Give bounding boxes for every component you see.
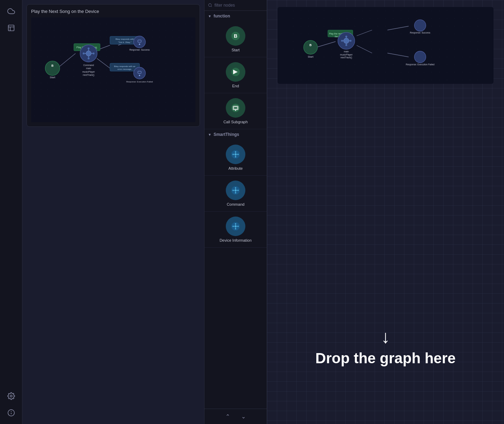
svg-point-78 xyxy=(232,226,234,227)
svg-point-66 xyxy=(235,187,236,189)
main-content: Play the Next Song on the Device xyxy=(22,0,504,424)
svg-rect-49 xyxy=(233,70,234,74)
svg-point-53 xyxy=(235,110,236,111)
svg-text:Response: Success: Response: Success xyxy=(410,31,431,34)
command-node-label: Command xyxy=(227,202,245,206)
svg-point-20 xyxy=(88,57,90,59)
chevron-down-icon-2: ▼ xyxy=(208,133,211,137)
node-device-information[interactable]: Device Information xyxy=(204,212,267,248)
svg-text:Bitsy responds with an: Bitsy responds with an xyxy=(114,65,135,67)
graph-panel: Play the Next Song on the Device xyxy=(22,0,204,424)
canvas-preview-svg: Play the next song on the Device B Start xyxy=(278,7,494,84)
svg-point-100 xyxy=(345,44,347,46)
nav-next-button[interactable]: ⌄ xyxy=(238,412,249,421)
sidebar xyxy=(0,0,22,424)
svg-point-76 xyxy=(235,223,236,225)
svg-point-98 xyxy=(344,38,349,43)
svg-point-67 xyxy=(235,192,236,193)
graph-canvas[interactable]: Play the next song. B Start xyxy=(31,17,195,122)
svg-point-55 xyxy=(235,153,237,155)
drop-zone[interactable]: ↓ Drop the graph here xyxy=(267,270,504,424)
svg-point-34 xyxy=(134,36,145,48)
cloud-icon[interactable] xyxy=(4,4,18,18)
svg-point-14 xyxy=(45,61,59,75)
svg-text:nextTrack(): nextTrack() xyxy=(340,56,352,59)
svg-point-102 xyxy=(350,40,352,42)
svg-point-69 xyxy=(237,190,239,191)
call-subgraph-node-label: Call Subgraph xyxy=(223,120,248,124)
node-command[interactable]: Command xyxy=(204,176,267,212)
svg-text:Bitsy responds with: Bitsy responds with xyxy=(116,38,134,40)
svg-point-19 xyxy=(88,47,90,50)
nodes-bottom-nav: ⌃ ⌄ xyxy=(204,409,267,424)
node-start[interactable]: B Start xyxy=(204,21,267,57)
start-icon-svg: B xyxy=(230,30,241,42)
command-icon-svg xyxy=(230,185,241,196)
svg-point-99 xyxy=(345,36,347,38)
nodes-panel: ▼ function B Start xyxy=(204,0,267,424)
nodes-search xyxy=(204,0,267,11)
device-info-icon-svg xyxy=(230,221,241,232)
category-function[interactable]: ▼ function xyxy=(204,11,267,21)
svg-text:Response: Execution Failed: Response: Execution Failed xyxy=(126,80,153,83)
svg-rect-0 xyxy=(8,25,14,31)
settings-icon[interactable] xyxy=(4,389,18,403)
svg-point-45 xyxy=(209,3,211,6)
end-icon-svg xyxy=(230,66,241,78)
svg-text:nextTrack(): nextTrack() xyxy=(83,74,94,76)
svg-text:musicPlayer: musicPlayer xyxy=(82,71,95,73)
node-attribute[interactable]: Attribute xyxy=(204,140,267,176)
svg-text:B: B xyxy=(51,64,53,67)
svg-text:Response: Success: Response: Success xyxy=(129,49,150,51)
svg-text:main: main xyxy=(344,50,349,53)
svg-text:musicPlayer: musicPlayer xyxy=(340,53,353,56)
svg-point-94 xyxy=(304,41,318,54)
svg-point-59 xyxy=(237,154,239,155)
svg-point-21 xyxy=(83,52,85,54)
svg-text:B: B xyxy=(309,43,311,47)
canvas-area[interactable]: Play the next song on the Device B Start xyxy=(267,0,504,424)
drop-arrow: ↓ xyxy=(381,328,390,346)
svg-point-1 xyxy=(10,395,12,397)
svg-point-68 xyxy=(232,190,234,191)
nav-prev-button[interactable]: ⌃ xyxy=(223,412,233,421)
call-subgraph-node-icon xyxy=(226,98,245,118)
svg-text:Start: Start xyxy=(308,55,314,58)
filter-nodes-input[interactable] xyxy=(214,3,263,8)
device-info-node-label: Device Information xyxy=(219,238,252,242)
node-end[interactable]: End xyxy=(204,57,267,93)
category-function-label: function xyxy=(214,14,230,19)
search-icon xyxy=(208,3,212,8)
drop-text: Drop the graph here xyxy=(315,350,455,367)
command-node-icon xyxy=(226,181,245,200)
gallery-icon[interactable] xyxy=(4,21,18,35)
svg-point-41 xyxy=(134,67,145,79)
svg-point-56 xyxy=(235,151,236,153)
svg-rect-85 xyxy=(289,7,482,84)
svg-point-36 xyxy=(139,44,140,45)
canvas-graph-preview: Play the next song on the Device B Start xyxy=(278,7,494,84)
svg-point-57 xyxy=(235,156,236,158)
svg-text:error message.: error message. xyxy=(117,68,132,70)
category-smartthings-label: SmartThings xyxy=(214,132,239,137)
svg-point-77 xyxy=(235,228,236,229)
flow-graph-svg: Play the next song. B Start xyxy=(31,17,195,122)
node-call-subgraph[interactable]: Call Subgraph xyxy=(204,93,267,129)
end-node-icon xyxy=(226,62,245,82)
svg-text:Command: Command xyxy=(83,64,94,66)
graph-card-title: Play the Next Song on the Device xyxy=(31,9,195,14)
category-smartthings[interactable]: ▼ SmartThings xyxy=(204,129,267,140)
svg-point-112 xyxy=(415,51,426,63)
info-icon[interactable] xyxy=(4,406,18,420)
svg-text:main: main xyxy=(86,67,91,70)
top-area: Play the Next Song on the Device xyxy=(22,0,504,424)
chevron-down-icon: ▼ xyxy=(208,14,211,18)
attribute-node-label: Attribute xyxy=(229,166,243,170)
graph-card: Play the Next Song on the Device xyxy=(27,4,200,127)
attribute-node-icon xyxy=(226,145,245,164)
svg-text:B: B xyxy=(234,33,237,39)
start-node-label: Start xyxy=(231,48,239,52)
svg-point-58 xyxy=(232,154,234,155)
call-subgraph-icon-svg xyxy=(230,102,241,114)
svg-point-75 xyxy=(235,225,237,227)
